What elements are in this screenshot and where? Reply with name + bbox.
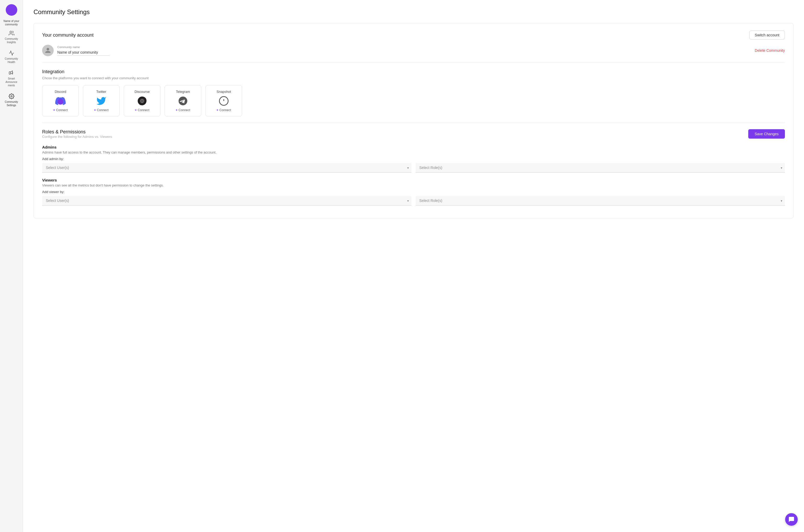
users-icon [8, 30, 14, 36]
switch-account-button[interactable]: Switch account [749, 31, 785, 39]
sidebar-item-label-health: Community Health [2, 57, 21, 64]
roles-subtitle: Configure the following for Admins vs. V… [42, 135, 112, 139]
community-account-row: Community name Delete Community [42, 45, 785, 56]
twitter-label: Twitter [96, 90, 106, 94]
viewers-add-label: Add viewer by: [42, 190, 785, 194]
integration-card-twitter[interactable]: Twitter + Connect [83, 85, 120, 116]
viewers-section: Viewers Viewers can see all the metrics … [42, 178, 785, 206]
integration-card-discord[interactable]: Discord + Connect [42, 85, 79, 116]
integration-card-discourse[interactable]: Discourse + Connect [124, 85, 161, 116]
discourse-label: Discourse [134, 90, 150, 94]
svg-point-0 [10, 31, 12, 33]
community-account-title: Your community account [42, 33, 93, 38]
community-name-field: Community name [57, 45, 110, 56]
sidebar: Name of your community Community Insight… [0, 0, 23, 532]
twitter-icon [96, 96, 107, 106]
sidebar-item-community-settings[interactable]: Community Settings [1, 91, 22, 109]
main-content: Community Settings Your community accoun… [23, 0, 804, 532]
viewers-description: Viewers can see all the metrics but don'… [42, 183, 785, 187]
sidebar-item-label-announcements: Smart Announce ments [2, 77, 21, 87]
admins-title: Admins [42, 145, 785, 149]
admins-section: Admins Admins have full access to the ac… [42, 145, 785, 173]
admins-selects-row: Select User(s) ▾ Select Role(s) ▾ [42, 163, 785, 173]
delete-community-button[interactable]: Delete Community [755, 49, 785, 53]
sidebar-logo[interactable] [6, 4, 17, 16]
sidebar-community-name: Name of your community [2, 19, 21, 26]
heart-icon [8, 50, 14, 56]
roles-title: Roles & Permissions [42, 129, 112, 135]
admins-select-users[interactable]: Select User(s) [42, 163, 412, 173]
admins-users-wrapper: Select User(s) ▾ [42, 163, 412, 173]
integration-card-snapshot[interactable]: Snapshot + Connect [205, 85, 242, 116]
community-account-left: Community name [42, 45, 110, 56]
save-changes-button[interactable]: Save Changes [748, 129, 785, 139]
twitter-connect-button[interactable]: + Connect [94, 108, 109, 112]
svg-point-2 [11, 95, 12, 97]
svg-rect-1 [9, 72, 11, 74]
discord-connect-button[interactable]: + Connect [53, 108, 68, 112]
snapshot-connect-button[interactable]: + Connect [216, 108, 231, 112]
sidebar-item-smart-announcements[interactable]: Smart Announce ments [1, 68, 22, 89]
sidebar-item-community-insights[interactable]: Community Insights [1, 28, 22, 46]
telegram-icon [178, 96, 188, 106]
snapshot-icon [219, 96, 229, 106]
community-name-input[interactable] [57, 49, 110, 56]
viewers-users-wrapper: Select User(s) ▾ [42, 196, 412, 206]
roles-header-left: Roles & Permissions Configure the follow… [42, 129, 112, 144]
community-avatar-icon [45, 48, 51, 54]
viewers-select-users[interactable]: Select User(s) [42, 196, 412, 206]
snapshot-label: Snapshot [217, 90, 231, 94]
chat-bubble-icon [788, 516, 794, 522]
viewers-title: Viewers [42, 178, 785, 182]
community-account-section: Your community account Switch account Co… [34, 23, 793, 218]
divider-1 [42, 62, 785, 63]
discord-label: Discord [55, 90, 66, 94]
telegram-label: Telegram [176, 90, 190, 94]
admins-add-label: Add admin by: [42, 157, 785, 161]
discourse-connect-button[interactable]: + Connect [135, 108, 149, 112]
integration-title: Integration [42, 69, 785, 75]
viewers-selects-row: Select User(s) ▾ Select Role(s) ▾ [42, 196, 785, 206]
community-name-label: Community name [57, 45, 110, 49]
integration-card-telegram[interactable]: Telegram + Connect [165, 85, 201, 116]
viewers-roles-wrapper: Select Role(s) ▾ [416, 196, 785, 206]
integration-section: Integration Chose the platforms you want… [42, 69, 785, 116]
admins-roles-wrapper: Select Role(s) ▾ [416, 163, 785, 173]
roles-permissions-section: Roles & Permissions Configure the follow… [42, 129, 785, 206]
page-title: Community Settings [34, 8, 793, 16]
viewers-select-roles[interactable]: Select Role(s) [416, 196, 785, 206]
telegram-connect-button[interactable]: + Connect [176, 108, 190, 112]
chat-bubble-button[interactable] [785, 513, 798, 526]
gear-icon [8, 93, 14, 99]
sidebar-item-label-insights: Community Insights [2, 37, 21, 44]
discourse-icon [137, 96, 147, 106]
discord-active-dot [58, 99, 63, 104]
roles-header-row: Roles & Permissions Configure the follow… [42, 129, 785, 144]
sidebar-item-label-settings: Community Settings [2, 100, 21, 107]
integration-subtitle: Chose the platforms you want to connect … [42, 76, 785, 80]
integration-cards: Discord + Connect Twitter [42, 85, 785, 116]
admins-select-roles[interactable]: Select Role(s) [416, 163, 785, 173]
avatar [42, 45, 54, 56]
sidebar-item-community-health[interactable]: Community Health [1, 48, 22, 66]
megaphone-icon [8, 70, 14, 76]
admins-description: Admins have full access to the account. … [42, 150, 785, 154]
